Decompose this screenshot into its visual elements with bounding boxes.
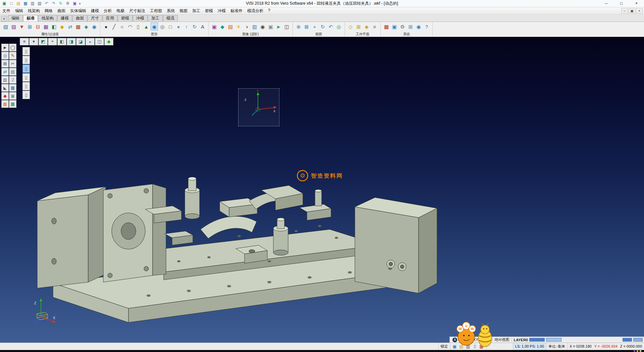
workplane-indicator[interactable]: Y X Z — [238, 88, 279, 126]
open-folder-icon[interactable]: ▤ — [15, 1, 21, 6]
color-table-icon[interactable]: ▩ — [383, 23, 390, 31]
circle-icon[interactable]: ○ — [118, 23, 126, 31]
undo-icon[interactable]: ↶ — [44, 1, 50, 6]
grid-toggle-icon[interactable]: ⊞ — [1, 60, 9, 68]
history-slot-icon[interactable]: ▯ — [22, 82, 30, 90]
ribbon-tab[interactable]: 建模 — [57, 15, 72, 21]
refresh-icon[interactable]: ↻ — [58, 1, 64, 6]
system-gear-icon[interactable]: ⚙ — [399, 23, 406, 31]
menu-item[interactable]: 线架构 — [25, 7, 42, 15]
menu-item[interactable]: 冲模 — [215, 7, 228, 15]
ribbon-tab[interactable]: 模流 — [163, 15, 178, 21]
color-chip[interactable] — [623, 338, 632, 342]
material-icon[interactable]: ◆ — [219, 23, 226, 31]
ribbon-tab[interactable]: 编辑 — [8, 15, 23, 21]
menu-item[interactable]: 塑模 — [203, 7, 215, 15]
window-close-button[interactable]: × — [629, 0, 644, 7]
select-arrow-icon[interactable]: ► — [1, 44, 9, 51]
help-icon[interactable]: ? — [423, 23, 430, 31]
layer-color-chip[interactable] — [546, 338, 561, 342]
screen-icon[interactable]: ▣ — [72, 1, 78, 6]
shadow-icon[interactable]: ◑ — [243, 23, 250, 31]
mask-icon[interactable]: ◧ — [50, 23, 58, 31]
menu-item[interactable]: 工程图 — [148, 7, 164, 15]
paint-icon[interactable]: ◆ — [1, 92, 9, 100]
view-iso-icon[interactable]: ◩ — [39, 38, 48, 45]
history-slot-icon[interactable]: ▯ — [22, 91, 30, 99]
zoom-in-icon[interactable]: ⊕ — [295, 23, 302, 31]
pan-icon[interactable]: + — [311, 23, 318, 31]
background-icon[interactable]: ▥ — [251, 23, 258, 31]
count-2-icon[interactable]: 2 — [9, 76, 16, 84]
snapshot-icon[interactable]: ▣ — [267, 23, 274, 31]
edit-pencil-icon[interactable]: ✎ — [9, 52, 16, 59]
view-list-icon[interactable]: ≡ — [20, 38, 29, 45]
ribbon-tab[interactable]: 尺寸 — [88, 15, 102, 21]
point-icon[interactable]: ● — [102, 23, 110, 31]
menu-item[interactable]: 模流分析 — [245, 7, 266, 15]
save-file-icon[interactable]: ▦ — [22, 1, 29, 6]
revolve-icon[interactable]: ↻ — [191, 23, 198, 31]
attr-info-icon[interactable]: ◉ — [91, 23, 98, 31]
cylinder-icon[interactable]: ▯ — [135, 23, 142, 31]
attr-eraser-icon[interactable]: ▩ — [74, 23, 82, 31]
line-icon[interactable]: ╱ — [110, 23, 118, 31]
visi-logo-icon[interactable]: ▣ — [1, 1, 7, 6]
redraw-icon[interactable]: ◎ — [335, 23, 342, 31]
attr-copy-icon[interactable]: ▨ — [10, 23, 17, 31]
menu-item[interactable]: 标准件 — [228, 7, 245, 15]
ribbon-tab[interactable]: 加工 — [148, 15, 163, 21]
shaded-view-icon[interactable]: ◉ — [151, 23, 158, 31]
doc-minimize-button[interactable]: ─ — [621, 8, 628, 13]
menu-item[interactable]: 电极 — [114, 7, 127, 15]
light-icon[interactable]: ☀ — [235, 23, 242, 31]
trim-scissors-icon[interactable]: ✂ — [9, 60, 16, 68]
doc-restore-button[interactable]: ▣ — [629, 8, 635, 13]
snap-point-icon[interactable]: ◎ — [1, 52, 9, 59]
texture-icon[interactable]: ▤ — [227, 23, 234, 31]
layer-color-chip[interactable] — [529, 338, 545, 342]
window-maximize-button[interactable]: □ — [614, 0, 629, 7]
units-indicator[interactable]: 单位: 毫米 — [546, 343, 567, 350]
menu-item[interactable]: 网格 — [42, 7, 55, 15]
menu-item[interactable]: 实体编辑 — [68, 7, 89, 15]
transform-icon[interactable]: ⇄ — [1, 68, 9, 76]
stereo-icon[interactable]: ◫ — [283, 23, 290, 31]
workplane-align-icon[interactable]: ◈ — [363, 23, 370, 31]
menu-item[interactable]: 编辑 — [13, 7, 25, 15]
taskbar-sliver[interactable] — [0, 350, 644, 352]
window-minimize-button[interactable]: ─ — [599, 0, 614, 7]
plot-icon[interactable]: ▧ — [37, 1, 43, 6]
tray-icon[interactable] — [634, 350, 635, 352]
menu-item[interactable]: 文件 — [0, 7, 13, 15]
settings-gear-icon[interactable]: ⚙ — [65, 1, 71, 6]
grid-icon[interactable]: ⊞ — [407, 23, 414, 31]
workplane-new-icon[interactable]: ⊞ — [355, 23, 362, 31]
zoom-fit-icon[interactable]: ⊠ — [303, 23, 310, 31]
menu-item[interactable]: 分析 — [101, 7, 114, 15]
ribbon-tab[interactable]: 应用 — [103, 15, 117, 21]
scale-indicator[interactable]: LS: 1.00 PS: 1.00 — [513, 343, 546, 350]
workplane-icon[interactable]: ◇ — [347, 23, 354, 31]
history-slot-icon[interactable]: ▯ — [22, 64, 30, 73]
attr-paint-icon[interactable]: ▧ — [2, 23, 9, 31]
workplane-list-icon[interactable]: ≡ — [371, 23, 378, 31]
render-icon[interactable]: ▣ — [211, 23, 218, 31]
view-front-icon[interactable]: ◧ — [57, 38, 66, 45]
ribbon-tab[interactable]: 冲模 — [133, 15, 148, 21]
menu-item[interactable]: 视图 — [177, 7, 190, 15]
animation-icon[interactable]: ► — [275, 23, 282, 31]
camera-icon[interactable]: ◉ — [259, 23, 266, 31]
ribbon-tab[interactable]: 曲面 — [72, 15, 87, 21]
system-info-icon[interactable]: ◉ — [415, 23, 422, 31]
filter-add-icon[interactable]: ⊞ — [26, 23, 34, 31]
layer-selector[interactable]: LAYER0 — [514, 338, 528, 342]
cone-icon[interactable]: ▲ — [143, 23, 150, 31]
arc-icon[interactable]: ◠ — [126, 23, 134, 31]
ribbon-tab[interactable]: 线架构 — [38, 15, 57, 21]
layers-icon[interactable]: ▦ — [42, 23, 50, 31]
history-slot-icon[interactable]: ▯ — [22, 73, 30, 82]
menu-item[interactable]: 建模 — [89, 7, 101, 15]
sphere-icon[interactable]: ● — [175, 23, 182, 31]
view-left-icon[interactable]: ◪ — [76, 38, 85, 45]
